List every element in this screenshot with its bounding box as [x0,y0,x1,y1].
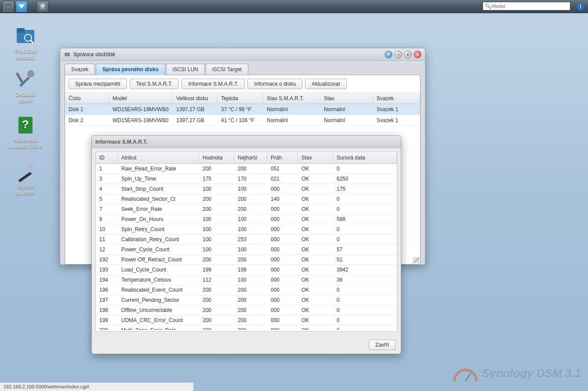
col-status[interactable]: Stav [320,93,373,104]
col-temp[interactable]: Teplota [218,93,263,104]
svg-point-2 [40,4,45,8]
desktop-icon-control-panel[interactable]: Ovládací panel [8,69,43,104]
cell-th: 000 [267,255,298,264]
cell-worst: 200 [234,204,267,214]
window-titlebar[interactable]: Správce úložiště ? − + × [60,48,425,61]
col-size[interactable]: Velikost disku [173,93,218,104]
resize-handle[interactable] [413,257,419,263]
table-row[interactable]: 12Power_Cycle_Count100100000OK57 [96,245,397,255]
table-row[interactable]: 196Reallocated_Event_Count200200000OK0 [96,285,397,295]
table-row[interactable]: 192Power-Off_Retract_Count200200000OK51 [96,255,397,265]
dialog-titlebar[interactable]: Informace S.M.A.R.T. [92,136,401,148]
tab-iscsi-lun[interactable]: iSCSI LUN [166,64,205,75]
disk-info-button[interactable]: Informace o disku [247,79,302,89]
table-row[interactable]: 9Power_On_Hours100100000OK588 [96,214,397,224]
cell-th: 051 [267,164,298,174]
cell-val: 100 [199,245,234,254]
cell-th: 000 [267,224,298,234]
table-row[interactable]: Disk 2WD15EARS-19MVWB01397.27 GB41 °C / … [65,115,420,126]
smart-info-dialog: Informace S.M.A.R.T. ID Atribut Hodnota … [91,135,401,354]
cell-attr: Raw_Read_Error_Rate [118,164,199,174]
tab-hdd-manage[interactable]: Správa pevného disku [96,64,165,75]
col-model[interactable]: Model [109,93,173,104]
cell-worst: 100 [234,245,267,254]
cache-mgmt-button[interactable]: Správa mezipaměti [69,79,127,89]
cell-attr: Reallocated_Sector_Ct [118,194,199,204]
tab-iscsi-target[interactable]: iSCSI Target [206,64,248,75]
cell-model: WD15EARS-19MVWB0 [109,104,173,115]
close-button[interactable]: × [414,51,421,58]
table-row[interactable]: 3Spin_Up_Time175170021OK6250 [96,174,397,184]
help-book-icon: ? [15,114,36,135]
table-row[interactable]: 11Calibration_Retry_Count100253000OK0 [96,235,397,245]
cell-stat: OK [298,245,333,254]
table-row[interactable]: 199UDMA_CRC_Error_Count200200000OK0 [96,315,397,326]
help-button[interactable]: ? [385,51,392,58]
table-row[interactable]: 198Offline_Uncorrectable200200000OK0 [96,305,397,315]
test-smart-button[interactable]: Test S.M.A.R.T. [130,79,179,89]
table-row[interactable]: 193Load_Cycle_Count199199000OK3942 [96,265,397,275]
table-row[interactable]: Disk 1WD15EARS-19MVWB01397.27 GB37 °C / … [65,104,420,115]
info-icon[interactable]: ! [577,3,584,11]
desktop-icon-quickstart[interactable]: Rychlé spuštění [8,161,43,196]
col-number[interactable]: Číslo [65,93,109,104]
cell-th: 000 [267,184,298,194]
col-id[interactable]: ID [96,152,118,163]
toolbar: Správa mezipaměti Test S.M.A.R.T. Inform… [65,75,420,93]
table-row[interactable]: 10Spin_Retry_Count100100000OK0 [96,224,397,235]
tools-icon [15,69,36,90]
cell-id: 199 [96,315,118,325]
cell-attr: Load_Cycle_Count [118,265,199,275]
search-icon: 🔍 [485,3,491,9]
col-raw[interactable]: Surová data [333,152,397,163]
table-row[interactable]: 197Current_Pending_Sector200200000OK0 [96,295,397,305]
table-row[interactable]: 1Raw_Read_Error_Rate200200051OK0 [96,164,397,174]
cell-raw: 51 [333,255,397,264]
refresh-button[interactable]: Aktualizovat [305,79,347,89]
cell-th: 000 [267,315,298,325]
table-row[interactable]: 5Reallocated_Sector_Ct200200140OK0 [96,194,397,204]
col-smart[interactable]: Stav S.M.A.R.T. [263,93,320,104]
desktop-icon-label: Prohlížeč souborů [8,48,43,61]
smart-info-button[interactable]: Informace S.M.A.R.T. [181,79,245,89]
search-input[interactable] [491,4,568,9]
cell-id: 1 [96,164,118,174]
cell-volume: Svazek 1 [373,104,420,115]
svg-point-8 [28,71,34,77]
taskbar-main-menu[interactable] [16,1,27,12]
cell-th: 000 [267,204,298,214]
cell-stat: OK [298,326,333,330]
cell-val: 200 [199,315,234,325]
tabs: Svazek Správa pevného disku iSCSI LUN iS… [60,61,425,75]
desktop-icon-help[interactable]: ? Nápověda aplikace DSM [8,114,43,149]
close-dialog-button[interactable]: Zavřít [369,340,396,350]
col-status[interactable]: Stav [298,152,333,163]
cell-worst: 200 [234,315,267,325]
cell-val: 175 [199,174,234,184]
tab-volume[interactable]: Svazek [65,64,95,75]
global-search[interactable]: 🔍 [483,2,570,11]
cell-attr: UDMA_CRC_Error_Count [118,315,199,325]
svg-rect-5 [17,28,25,33]
disk-table-header: Číslo Model Velikost disku Teplota Stav … [65,93,420,104]
col-worst[interactable]: Nejhorší [234,152,267,163]
col-volume[interactable]: Svazek [373,93,420,104]
col-attribute[interactable]: Atribut [118,152,199,163]
table-row[interactable]: 7Seek_Error_Rate200200000OK0 [96,204,397,214]
col-threshold[interactable]: Práh [267,152,298,163]
browser-statusbar: 192.168.2.100:5000/webman/index.cgi# [0,382,193,391]
cell-status: Normální [320,115,373,126]
maximize-button[interactable]: + [404,51,412,58]
table-row[interactable]: 200Multi_Zone_Error_Rate200200000OK0 [96,326,397,330]
cell-attr: Seek_Error_Rate [118,204,199,214]
col-value[interactable]: Hodnota [199,152,234,163]
desktop-icon-file-browser[interactable]: Prohlížeč souborů [8,25,43,61]
taskbar-pilot-icon[interactable] [37,1,48,12]
cell-id: 5 [96,194,118,204]
table-row[interactable]: 4Start_Stop_Count100100000OK175 [96,184,397,194]
cell-raw: 0 [333,235,397,244]
svg-point-15 [65,54,66,55]
table-row[interactable]: 194Temperature_Celsius112100000OK38 [96,275,397,285]
minimize-button[interactable]: − [394,51,402,58]
taskbar-show-desktop[interactable] [3,1,14,12]
